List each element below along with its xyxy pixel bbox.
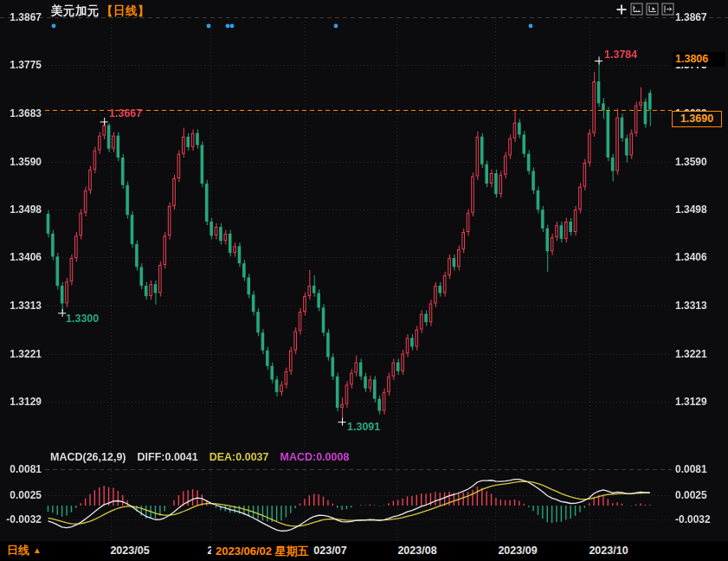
price-tick-label-left: 1.3221	[0, 347, 42, 361]
date-tick-label: 2023/05	[110, 543, 149, 559]
macd-hist-value: MACD:0.0008	[280, 451, 350, 463]
price-annotation: 1.3784	[604, 48, 637, 61]
chevron-up-icon: ▲	[33, 545, 42, 555]
exit-chart-icon[interactable]	[661, 3, 674, 16]
price-annotation: 1.3091	[347, 421, 380, 433]
date-tick-label: 2023/10	[589, 543, 628, 559]
price-tick-label-right: 1.3406	[675, 250, 727, 264]
timeframe-label: 日线	[7, 544, 29, 557]
price-tick-label-left: 1.3775	[0, 58, 42, 72]
macd-tick-label-left: -0.0032	[0, 513, 42, 526]
symbol-name: 美元加元	[51, 4, 100, 17]
price-tick-label-right: 1.3129	[675, 395, 727, 409]
price-tick-label-right: 1.3590	[675, 155, 727, 169]
macd-diff-value: DIFF:0.0041	[138, 451, 198, 463]
date-tick-label: 2023/08	[397, 543, 436, 559]
price-annotation: 1.3300	[66, 313, 99, 325]
axis-scale-icon[interactable]	[630, 3, 643, 16]
price-tick-label-left: 1.3498	[0, 203, 42, 216]
price-tick-label-left: 1.3590	[0, 155, 42, 169]
date-tick-label: 2023/09	[498, 543, 537, 559]
macd-tick-label-right: 0.0081	[675, 462, 727, 476]
macd-params-label: MACD(26,12,9)	[50, 451, 126, 463]
price-tick-label-left: 1.3406	[0, 250, 42, 264]
price-tick-label-left: 1.3313	[0, 299, 42, 313]
chart-toolbar	[615, 3, 674, 16]
macd-tick-label-right: 0.0025	[675, 488, 727, 502]
timeframe-selector[interactable]: 日线▲	[7, 543, 42, 558]
chart-title: 美元加元【日线】	[51, 3, 150, 19]
trading-chart-window: 美元加元【日线】 1.3806 1.3690 MACD(26,12,9) DIF…	[0, 0, 728, 561]
price-tick-label-left: 1.3129	[0, 395, 42, 409]
last-price-badge: 1.3690	[672, 111, 722, 127]
date-crosshair-tooltip: 2023/06/02 星期五	[211, 541, 313, 561]
price-tick-label-right: 1.3313	[675, 299, 727, 313]
price-tick-label-left: 1.3683	[0, 106, 42, 120]
crosshair-icon[interactable]	[615, 3, 628, 16]
price-annotation: 1.3667	[109, 107, 142, 119]
macd-tick-label-right: -0.0032	[675, 513, 727, 526]
price-tick-label-right: 1.3498	[675, 203, 727, 216]
session-high-badge: 1.3806	[673, 52, 725, 67]
macd-dea-value: DEA:0.0037	[209, 451, 269, 463]
price-tick-label-left: 1.3867	[0, 10, 42, 24]
price-tick-label-right: 1.3221	[675, 347, 727, 361]
price-tick-label-right: 1.3867	[675, 10, 727, 24]
axis-play-icon[interactable]	[646, 3, 659, 16]
date-tick-label: 2023/07	[307, 543, 346, 559]
macd-tick-label-left: 0.0025	[0, 488, 42, 502]
period-tag: 【日线】	[101, 4, 150, 17]
macd-legend: MACD(26,12,9) DIFF:0.0041 DEA:0.0037 MAC…	[50, 451, 349, 463]
macd-tick-label-left: 0.0081	[0, 462, 42, 476]
